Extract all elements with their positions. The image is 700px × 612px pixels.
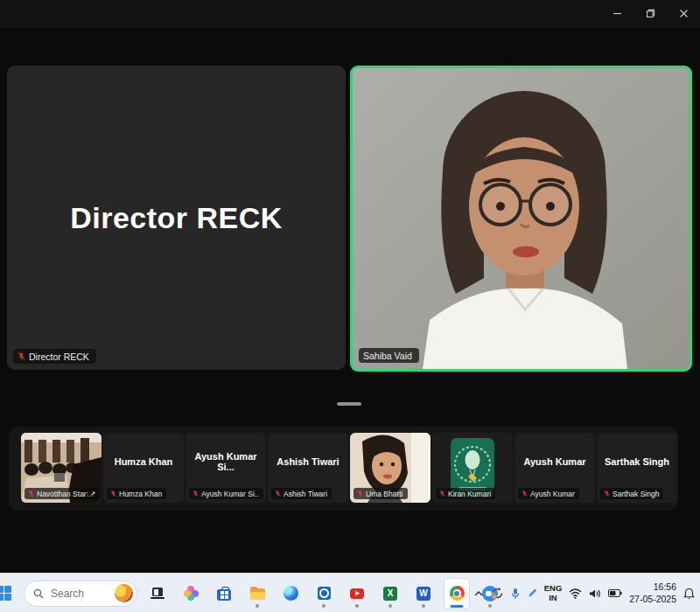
excel-letter-glyph: X xyxy=(383,587,397,601)
volume-icon[interactable] xyxy=(589,588,601,599)
excel-icon[interactable]: X xyxy=(377,578,403,609)
close-button[interactable] xyxy=(677,7,690,19)
mic-muted-icon xyxy=(192,490,199,497)
filmstrip-tile-kiran-kumari[interactable]: Kiran Kumari xyxy=(432,433,513,503)
language-indicator[interactable]: ENG IN xyxy=(544,584,563,603)
mic-muted-icon xyxy=(110,490,116,497)
language-secondary: IN xyxy=(544,594,563,603)
word-icon[interactable]: W xyxy=(410,578,437,609)
participant-name-label: Ashish Tiwari xyxy=(284,490,327,498)
word-letter-glyph: W xyxy=(416,587,430,601)
windows-taskbar: X W xyxy=(0,573,700,612)
battery-icon[interactable] xyxy=(608,589,622,597)
participants-filmstrip: Navotthan Start... Humza Khan Humza Khan… xyxy=(9,427,678,511)
participant-name-label: Sarthak Singh xyxy=(612,490,659,498)
taskbar-center-group: X W xyxy=(0,574,503,612)
mic-muted-icon xyxy=(522,490,528,497)
mic-muted-icon xyxy=(28,490,34,497)
search-input[interactable] xyxy=(49,587,109,601)
running-indicator xyxy=(422,604,425,608)
filmstrip-tile-navotthan[interactable]: Navotthan Start... xyxy=(21,433,102,503)
system-tray: ENG IN 16:56 27-05-2025 xyxy=(473,574,695,612)
tray-overflow-chevron-icon[interactable] xyxy=(473,589,484,598)
participant-nametag: Humza Khan xyxy=(107,488,166,499)
search-icon xyxy=(33,588,44,599)
participant-nametag: Uma Bharti xyxy=(354,488,408,499)
participant-nametag: Sahiba Vaid xyxy=(359,348,419,363)
laptop-app-icon[interactable] xyxy=(144,578,171,609)
participant-nametag: Ashish Tiwari xyxy=(271,488,332,499)
participant-name-label: Uma Bharti xyxy=(366,490,403,498)
taskbar-clock[interactable]: 16:56 27-05-2025 xyxy=(629,581,676,605)
filmstrip-tile-uma-bharti[interactable]: Uma Bharti xyxy=(350,433,430,503)
filmstrip-tile-ashish-tiwari[interactable]: Ashish Tiwari Ashish Tiwari xyxy=(268,433,348,503)
video-tile-sahiba-vaid-active-speaker[interactable]: Sahiba Vaid xyxy=(350,66,692,372)
participant-nametag: Ayush Kumar Si.. xyxy=(189,488,263,499)
minimize-button[interactable] xyxy=(611,7,623,19)
participant-nametag: Ayush Kumar xyxy=(518,488,579,499)
mic-muted-icon xyxy=(18,351,25,361)
mic-muted-icon xyxy=(439,490,445,497)
participant-name-label: Ayush Kumar Si.. xyxy=(201,490,259,498)
clock-date: 27-05-2025 xyxy=(629,594,676,606)
microphone-in-use-icon[interactable] xyxy=(511,588,520,600)
participant-nametag: Sarthak Singh xyxy=(600,488,663,499)
running-indicator xyxy=(355,604,359,608)
photos-app-icon[interactable] xyxy=(178,578,204,609)
mic-muted-icon xyxy=(357,490,363,497)
participant-display-name: Director RECK xyxy=(70,201,283,235)
filmstrip-resize-handle[interactable] xyxy=(337,402,361,406)
running-indicator xyxy=(322,604,326,608)
participant-name-label: Sahiba Vaid xyxy=(363,351,412,361)
chrome-icon-active[interactable] xyxy=(444,578,470,609)
clock-time: 16:56 xyxy=(629,581,676,594)
taskbar-search-box[interactable] xyxy=(24,581,137,607)
filmstrip-tile-ayush-kumar-si[interactable]: Ayush Kumar Si... Ayush Kumar Si.. xyxy=(186,433,266,503)
participant-name-label: Director RECK xyxy=(29,351,89,362)
start-button[interactable] xyxy=(0,578,17,609)
mic-muted-icon xyxy=(604,490,610,497)
webcam-video-portrait xyxy=(353,68,690,369)
filmstrip-tile-humza-khan[interactable]: Humza Khan Humza Khan xyxy=(103,433,184,503)
active-app-indicator xyxy=(451,605,464,608)
participant-name-label: Humza Khan xyxy=(119,490,162,498)
file-explorer-icon[interactable] xyxy=(244,578,270,609)
notification-bell-icon[interactable] xyxy=(683,588,695,600)
running-indicator xyxy=(256,604,259,608)
filmstrip-tile-sarthak-singh[interactable]: Sarthak Singh Sarthak Singh xyxy=(597,433,677,503)
search-highlight-icon[interactable] xyxy=(115,584,133,602)
participant-name-label: Kiran Kumari xyxy=(448,490,491,498)
mic-muted-icon xyxy=(275,490,281,497)
video-tile-director-reck[interactable]: Director RECK Director RECK xyxy=(7,66,346,370)
participant-name-label: Ayush Kumar xyxy=(530,490,575,498)
participant-nametag: Director RECK xyxy=(13,349,96,364)
youtube-icon[interactable] xyxy=(344,578,370,609)
filmstrip-tile-ayush-kumar[interactable]: Ayush Kumar Ayush Kumar xyxy=(514,433,595,503)
outlook-icon[interactable] xyxy=(311,578,337,609)
pin-icon[interactable] xyxy=(86,489,99,499)
sync-update-icon[interactable] xyxy=(491,587,504,600)
pen-input-icon[interactable] xyxy=(527,588,537,599)
window-controls xyxy=(611,7,690,19)
wifi-icon[interactable] xyxy=(569,588,582,599)
window-titlebar[interactable] xyxy=(0,0,700,28)
running-indicator xyxy=(388,604,392,608)
participant-nametag: Kiran Kumari xyxy=(436,488,495,499)
microsoft-store-icon[interactable] xyxy=(211,578,237,609)
restore-button[interactable] xyxy=(644,7,656,19)
edge-browser-icon[interactable] xyxy=(277,578,304,609)
language-primary: ENG xyxy=(544,584,563,594)
